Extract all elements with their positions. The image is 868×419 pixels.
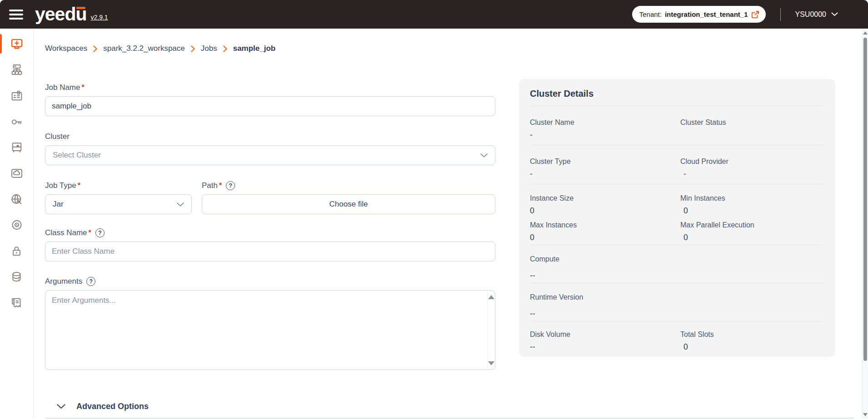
job-form: Job Name* Cluster Select Cluster Job Typ… xyxy=(45,79,495,411)
sidebar-item-disc[interactable] xyxy=(0,212,34,238)
tenant-pill[interactable]: Tenant: integration_test_tenant_1 xyxy=(632,6,766,23)
sidebar-item-cloud[interactable] xyxy=(0,160,34,186)
header-divider xyxy=(780,8,781,21)
breadcrumb-jobs[interactable]: Jobs xyxy=(201,44,217,53)
rack-icon xyxy=(10,141,24,154)
min-instances-field: Min Instances 0 xyxy=(680,194,824,215)
job-type-select[interactable]: Jar xyxy=(45,194,192,214)
arguments-help-icon[interactable]: ? xyxy=(86,277,95,286)
globe-arrow-icon xyxy=(10,192,24,206)
class-name-label: Class Name* ? xyxy=(45,228,495,237)
menu-toggle-icon[interactable] xyxy=(9,10,23,20)
required-marker: * xyxy=(81,83,84,92)
cluster-type-field: Cluster Type - xyxy=(530,158,680,178)
sidebar-item-workspaces[interactable] xyxy=(0,31,34,57)
path-label: Path* ? xyxy=(202,181,495,190)
id-badge-icon xyxy=(10,89,24,103)
breadcrumb-chevron-icon xyxy=(93,45,97,52)
panel-title: Cluster Details xyxy=(530,79,824,106)
cluster-name-field: Cluster Name - xyxy=(530,118,680,139)
logo-accent-bar xyxy=(76,7,85,9)
scroll-down-icon[interactable] xyxy=(488,361,494,365)
chevron-down-icon xyxy=(831,12,838,16)
sidebar-item-security[interactable] xyxy=(0,238,34,264)
job-type-label: Job Type* xyxy=(45,181,192,190)
sidebar-item-key[interactable] xyxy=(0,108,34,134)
scrollbar-thumb[interactable] xyxy=(863,38,867,361)
main-content: Workspaces spark_3.2.2_workspace Jobs sa… xyxy=(34,29,862,419)
cloud-provider-field: Cloud Provider - xyxy=(680,158,824,178)
required-marker: * xyxy=(219,181,222,190)
chevron-down-icon xyxy=(480,153,488,158)
max-instances-field: Max Instances 0 xyxy=(530,221,680,242)
tenant-label: Tenant: xyxy=(639,10,662,18)
arguments-group: Arguments ? xyxy=(45,277,495,372)
external-link-icon[interactable] xyxy=(751,10,759,19)
user-id: YSU0000 xyxy=(795,10,827,19)
class-name-help-icon[interactable]: ? xyxy=(95,228,105,237)
page-scrollbar[interactable] xyxy=(862,29,868,419)
cloud-box-icon xyxy=(10,167,24,180)
brand: yeedu v2.9.1 xyxy=(35,5,108,24)
compute-field: Compute -- xyxy=(530,255,824,280)
disk-volume-field: Disk Volume -- xyxy=(530,330,680,351)
runtime-version-field: Runtime Version -- xyxy=(530,293,824,318)
lock-icon xyxy=(10,244,24,258)
breadcrumb: Workspaces spark_3.2.2_workspace Jobs sa… xyxy=(45,44,862,53)
scroll-up-icon[interactable] xyxy=(488,295,494,299)
sidebar-item-audit[interactable] xyxy=(0,290,34,315)
sidebar-item-hierarchy[interactable] xyxy=(0,57,34,83)
tenant-name: integration_test_tenant_1 xyxy=(665,10,748,18)
path-help-icon[interactable]: ? xyxy=(226,181,235,190)
chevron-down-icon xyxy=(177,202,184,207)
chevron-down-icon xyxy=(57,404,65,409)
receipt-icon xyxy=(10,296,24,310)
required-marker: * xyxy=(89,228,91,237)
max-parallel-execution-field: Max Parallel Execution 0 xyxy=(680,221,824,242)
scroll-up-icon[interactable] xyxy=(863,31,868,35)
advanced-options-toggle[interactable]: Advanced Options xyxy=(57,402,495,411)
user-menu[interactable]: YSU0000 xyxy=(795,10,838,19)
class-name-input[interactable] xyxy=(45,242,495,261)
cluster-details-panel: Cluster Details Cluster Name - Cluster S… xyxy=(519,79,835,411)
sidebar-item-database[interactable] xyxy=(0,264,34,290)
app-header: yeedu v2.9.1 Tenant: integration_test_te… xyxy=(0,0,868,29)
section-divider xyxy=(45,418,854,419)
app-logo: yeedu xyxy=(35,5,87,24)
disc-icon xyxy=(10,218,24,232)
path-group: Path* ? Choose file xyxy=(202,181,495,214)
textarea-scrollbar[interactable] xyxy=(487,291,494,370)
sidebar-nav xyxy=(0,29,34,419)
active-indicator xyxy=(0,34,2,54)
job-type-value: Jar xyxy=(53,200,64,209)
arguments-textarea[interactable] xyxy=(45,290,495,370)
sidebar-item-network[interactable] xyxy=(0,186,34,212)
cluster-label: Cluster xyxy=(45,132,495,141)
breadcrumb-workspaces[interactable]: Workspaces xyxy=(45,44,87,53)
sidebar-item-rack[interactable] xyxy=(0,134,34,160)
version-link[interactable]: v2.9.1 xyxy=(91,14,108,21)
key-icon xyxy=(10,115,24,128)
job-type-group: Job Type* Jar xyxy=(45,181,192,214)
cluster-select[interactable]: Select Cluster xyxy=(45,145,495,165)
scroll-down-icon[interactable] xyxy=(863,413,868,416)
header-right: Tenant: integration_test_tenant_1 YSU000… xyxy=(632,6,838,23)
breadcrumb-chevron-icon xyxy=(223,45,227,52)
class-name-group: Class Name* ? xyxy=(45,228,495,261)
database-icon xyxy=(10,270,24,284)
choose-file-button[interactable]: Choose file xyxy=(202,194,495,214)
sitemap-icon xyxy=(10,63,24,77)
required-marker: * xyxy=(78,181,80,190)
job-name-label: Job Name* xyxy=(45,83,495,92)
job-name-input[interactable] xyxy=(45,96,495,116)
job-name-group: Job Name* xyxy=(45,83,495,116)
breadcrumb-workspace-name[interactable]: spark_3.2.2_workspace xyxy=(103,44,185,53)
monitor-plus-icon xyxy=(10,37,24,51)
instance-size-field: Instance Size 0 xyxy=(530,194,680,215)
advanced-options-label: Advanced Options xyxy=(76,402,149,411)
cluster-select-placeholder: Select Cluster xyxy=(53,151,101,160)
total-slots-field: Total Slots 0 xyxy=(680,330,824,351)
sidebar-item-badge[interactable] xyxy=(0,83,34,108)
arguments-label: Arguments ? xyxy=(45,277,495,286)
breadcrumb-current-job: sample_job xyxy=(233,44,276,53)
